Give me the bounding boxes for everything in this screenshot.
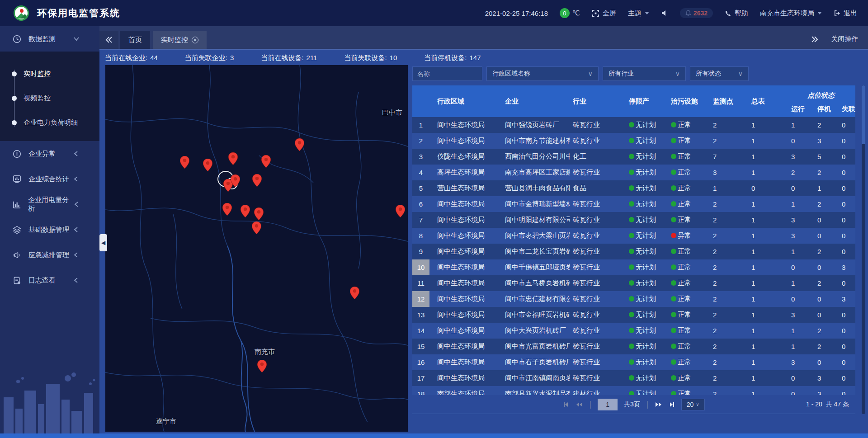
cell-row-number: 17: [412, 370, 429, 386]
sidebar-subitem-1[interactable]: 视频监控: [0, 86, 99, 110]
cell-company: 阆中市金福旺页岩机砖: [502, 311, 570, 319]
cell-company: 阆中市光富页岩机砖厂: [502, 342, 570, 351]
status-dot-icon: [629, 296, 634, 301]
map-pin-icon[interactable]: [222, 203, 232, 216]
map-pin-icon[interactable]: [241, 205, 250, 217]
name-filter-input[interactable]: [412, 66, 482, 81]
cell-halt-count: 2: [812, 169, 837, 176]
table-row[interactable]: 15阆中生态环境局阆中市光富页岩机砖厂砖瓦行业无计划正常21120: [412, 339, 855, 354]
bottom-strip: [0, 433, 868, 438]
org-dropdown[interactable]: 南充市生态环境局: [760, 9, 822, 18]
bullet-icon: [12, 96, 17, 101]
cell-row-number: 13: [412, 307, 429, 323]
last-page-button[interactable]: [669, 402, 675, 407]
mute-button[interactable]: [661, 9, 668, 17]
table-row[interactable]: 2阆中生态环境局阆中市南方节能建材有砖瓦行业无计划正常21030: [412, 133, 855, 149]
status-dot-icon: [671, 154, 676, 159]
next-page-button[interactable]: [655, 402, 662, 407]
temperature: 0 ℃: [560, 8, 580, 18]
table-row[interactable]: 18南部生态环境局南部县新兴水泥制品有建材行业无计划正常21030: [412, 386, 855, 395]
map-pin-icon[interactable]: [180, 156, 189, 169]
fullscreen-button[interactable]: 全屏: [592, 9, 616, 18]
map-pin-icon[interactable]: [252, 221, 261, 234]
table-row[interactable]: 4高坪生态环境局南充市高坪区王家店建砖瓦行业无计划正常31220: [412, 165, 855, 180]
sidebar-item-5[interactable]: 应急减排管理: [0, 242, 99, 268]
map-pin-icon[interactable]: [228, 152, 238, 165]
cell-facility-status: 正常: [665, 295, 708, 303]
map-pin-icon[interactable]: [295, 138, 304, 151]
help-button[interactable]: 帮助: [725, 9, 748, 18]
cell-facility-status: 正常: [665, 216, 708, 224]
cell-industry: 砖瓦行业: [570, 216, 624, 224]
cell-row-number: 16: [412, 354, 429, 370]
filter-bar: 行政区域名称∨ 所有行业∨ 所有状态∨: [412, 66, 855, 81]
sidebar-item-0[interactable]: 数据监测: [0, 26, 99, 52]
map-pin-icon[interactable]: [261, 155, 271, 168]
col-header-lost: 失联: [837, 101, 855, 117]
map-pin-icon[interactable]: [252, 174, 262, 187]
table-row[interactable]: 11阆中生态环境局阆中市五马桥页岩机砖砖瓦行业无计划正常21120: [412, 275, 855, 291]
logout-button[interactable]: 退出: [834, 9, 857, 18]
sidebar: 数据监测实时监控视频监控企业电力负荷明细企业异常企业综合统计企业用电量分析基础数…: [0, 26, 99, 433]
sidebar-item-label: 日志查看: [28, 276, 56, 285]
table-row[interactable]: 5营山生态环境局营山县润丰肉食品有限食品无计划正常10010: [412, 180, 855, 196]
cell-halt-count: 3: [812, 137, 837, 145]
tab-close-icon[interactable]: ✕: [192, 37, 198, 43]
table-row[interactable]: 14阆中生态环境局阆中大兴页岩机砖厂砖瓦行业无计划正常21120: [412, 323, 855, 339]
map-pin-icon[interactable]: [254, 207, 264, 220]
table-row[interactable]: 10阆中生态环境局阆中千佛镇五郎垭页岩砖瓦行业无计划正常21003: [412, 259, 855, 275]
region-filter-select[interactable]: 行政区域名称∨: [486, 66, 599, 81]
chevron-left-icon: [74, 176, 83, 182]
status-filter-select[interactable]: 所有状态∨: [690, 66, 749, 81]
close-operations-button[interactable]: 关闭操作: [831, 35, 858, 43]
table-row[interactable]: 12阆中生态环境局阆中市忠信建材有限公砖瓦行业无计划正常21003: [412, 291, 855, 307]
cell-run-count: 0: [787, 390, 812, 395]
table-row[interactable]: 13阆中生态环境局阆中市金福旺页岩机砖砖瓦行业无计划正常21300: [412, 307, 855, 323]
tab-0[interactable]: 首页: [120, 31, 150, 49]
sidebar-item-label: 企业用电量分析: [28, 196, 74, 213]
map-pin-icon[interactable]: [203, 159, 212, 171]
sidebar-collapse-handle[interactable]: ◀: [99, 234, 107, 251]
tab-1[interactable]: 实时监控✕: [153, 31, 207, 49]
sidebar-item-2[interactable]: 企业综合统计: [0, 166, 99, 192]
map-pin-icon[interactable]: [257, 360, 267, 372]
cell-total-meters: 1: [746, 169, 787, 176]
double-right-icon[interactable]: [811, 36, 818, 42]
col-header-industry: 行业: [570, 85, 624, 117]
sidebar-item-4[interactable]: 基础数据管理: [0, 217, 99, 242]
table-row[interactable]: 9阆中生态环境局阆中市二龙长宝页岩砖砖瓦行业无计划正常21120: [412, 244, 855, 259]
cell-total-meters: 1: [746, 137, 787, 145]
sidebar-subitem-0[interactable]: 实时监控: [0, 61, 99, 86]
table-row[interactable]: 17阆中生态环境局阆中市江南镇阆南页岩砖瓦行业无计划正常21030: [412, 370, 855, 386]
notifications-button[interactable]: 2632: [680, 8, 713, 18]
table-row[interactable]: 1阆中生态环境局阆中强锐页岩砖厂砖瓦行业无计划正常21120: [412, 117, 855, 133]
cell-stop-plan: 无计划: [624, 295, 665, 303]
sidebar-subitem-2[interactable]: 企业电力负荷明细: [0, 110, 99, 135]
page-number-input[interactable]: [598, 399, 618, 410]
table-row[interactable]: 8阆中生态环境局阆中市枣碧大梁山页岩砖瓦行业无计划异常21300: [412, 228, 855, 244]
table-row[interactable]: 6阆中生态环境局阆中市金博瑞新型墙材砖瓦行业无计划正常21120: [412, 196, 855, 212]
sidebar-item-6[interactable]: 日志查看: [0, 268, 99, 293]
table-row[interactable]: 16阆中生态环境局阆中市石子页岩机砖厂砖瓦行业无计划正常21300: [412, 354, 855, 370]
cell-halt-count: 2: [812, 279, 837, 287]
stat-item-0: 当前在线企业:44: [105, 54, 158, 62]
table-row[interactable]: 7阆中生态环境局阆中明阳建材有限公司砖瓦行业无计划正常21300: [412, 212, 855, 228]
cell-run-count: 3: [787, 358, 812, 366]
cell-lost-count: 0: [837, 153, 855, 160]
cell-run-count: 3: [787, 232, 812, 240]
scrollbar-thumb[interactable]: [862, 85, 865, 144]
sidebar-item-3[interactable]: 企业用电量分析: [0, 192, 99, 217]
page-size-select[interactable]: 20∨: [681, 399, 705, 410]
theme-dropdown[interactable]: 主题: [628, 9, 649, 18]
map[interactable]: 巴中市南充市遂宁市: [105, 65, 408, 432]
map-pin-icon[interactable]: [396, 205, 405, 217]
cell-monitor-points: 2: [708, 216, 746, 224]
table-row[interactable]: 3仪陇生态环境局西南油气田分公司川中化工无计划正常71350: [412, 149, 855, 165]
sidebar-item-1[interactable]: 企业异常: [0, 141, 99, 166]
tabs-scroll-left-button[interactable]: [99, 31, 118, 49]
chevron-left-icon: [74, 227, 83, 232]
map-pin-icon[interactable]: [350, 287, 359, 299]
cell-facility-status: 正常: [665, 247, 708, 256]
industry-filter-select[interactable]: 所有行业∨: [603, 66, 686, 81]
map-pin-icon[interactable]: [231, 174, 240, 187]
